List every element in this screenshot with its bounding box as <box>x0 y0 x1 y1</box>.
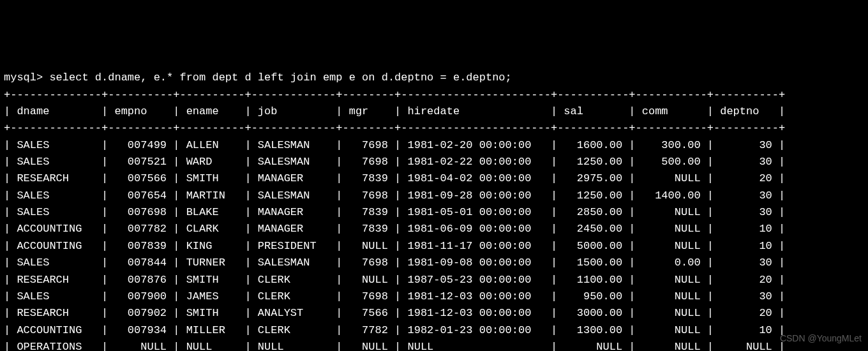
result-table: +--------------+----------+----------+--… <box>4 87 864 351</box>
watermark: CSDN @YoungMLet <box>780 332 862 346</box>
mysql-prompt: mysql> <box>4 71 49 84</box>
sql-query: select d.dname, e.* from dept d left joi… <box>49 71 511 84</box>
